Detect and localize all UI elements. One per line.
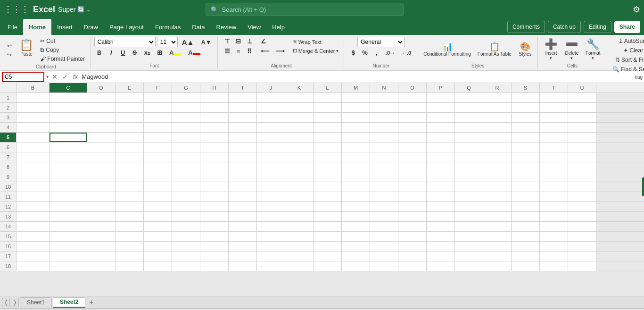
cell-J11[interactable] <box>257 192 285 201</box>
cell-Q5[interactable] <box>455 133 483 142</box>
col-header-S[interactable]: S <box>512 83 540 92</box>
cell-P4[interactable] <box>427 123 455 132</box>
format-painter-button[interactable]: 🖌 Format Painter <box>38 55 87 63</box>
cell-E17[interactable] <box>116 251 144 261</box>
font-size-select[interactable]: 11 <box>157 37 178 47</box>
cell-O4[interactable] <box>398 123 427 132</box>
cell-B15[interactable] <box>17 232 50 241</box>
orientation-button[interactable]: ∠ <box>258 37 269 46</box>
cell-Q3[interactable] <box>455 113 483 122</box>
cell-U7[interactable] <box>568 152 596 162</box>
cell-E4[interactable] <box>116 123 144 132</box>
cell-Q2[interactable] <box>455 103 483 112</box>
cell-O13[interactable] <box>398 212 427 221</box>
cell-U17[interactable] <box>568 251 596 261</box>
cell-P18[interactable] <box>427 261 455 271</box>
row-number-6[interactable]: 6 <box>0 142 17 152</box>
cell-T2[interactable] <box>540 103 568 112</box>
cell-J15[interactable] <box>257 232 285 241</box>
cell-M12[interactable] <box>342 202 370 211</box>
cell-T17[interactable] <box>540 251 568 261</box>
cell-M1[interactable] <box>342 93 370 102</box>
cell-B10[interactable] <box>17 182 50 192</box>
cell-L11[interactable] <box>314 192 342 201</box>
cell-G10[interactable] <box>172 182 200 192</box>
cell-M11[interactable] <box>342 192 370 201</box>
format-as-table-button[interactable]: 📋 Format As Table <box>475 41 514 59</box>
cell-R11[interactable] <box>483 192 512 201</box>
cell-Q13[interactable] <box>455 212 483 221</box>
cell-D16[interactable] <box>87 242 116 251</box>
cell-E1[interactable] <box>116 93 144 102</box>
borders-button[interactable]: ⊞ <box>154 48 165 57</box>
cell-T18[interactable] <box>540 261 568 271</box>
cell-R14[interactable] <box>483 222 512 231</box>
row-number-11[interactable]: 11 <box>0 192 17 201</box>
cell-P12[interactable] <box>427 202 455 211</box>
cell-S4[interactable] <box>512 123 540 132</box>
cell-H5[interactable] <box>200 133 229 142</box>
cell-O8[interactable] <box>398 162 427 172</box>
fill-color-button[interactable]: A <box>166 48 184 57</box>
cell-U11[interactable] <box>568 192 596 201</box>
cell-F5[interactable] <box>144 133 172 142</box>
cell-B13[interactable] <box>17 212 50 221</box>
find-select-button[interactable]: 🔍 Find & Select ▾ <box>610 65 644 74</box>
settings-icon[interactable]: ⚙ <box>633 4 640 15</box>
editing-button[interactable]: Editing <box>584 21 611 33</box>
cell-B9[interactable] <box>17 172 50 182</box>
cell-S2[interactable] <box>512 103 540 112</box>
cell-I12[interactable] <box>229 202 257 211</box>
cell-C17[interactable] <box>50 251 87 261</box>
tab-help[interactable]: Help <box>266 19 290 35</box>
cell-E5[interactable] <box>116 133 144 142</box>
cell-R2[interactable] <box>483 103 512 112</box>
cell-T10[interactable] <box>540 182 568 192</box>
cell-R17[interactable] <box>483 251 512 261</box>
cell-J6[interactable] <box>257 142 285 152</box>
cell-S10[interactable] <box>512 182 540 192</box>
styles-button[interactable]: 🎨 Styles <box>516 41 535 59</box>
cell-S15[interactable] <box>512 232 540 241</box>
cell-R12[interactable] <box>483 202 512 211</box>
cell-G7[interactable] <box>172 152 200 162</box>
cell-S3[interactable] <box>512 113 540 122</box>
number-format-select[interactable]: General <box>357 37 405 47</box>
col-header-B[interactable]: B <box>17 83 50 92</box>
cell-H8[interactable] <box>200 162 229 172</box>
cell-P11[interactable] <box>427 192 455 201</box>
cell-I16[interactable] <box>229 242 257 251</box>
col-header-I[interactable]: I <box>229 83 257 92</box>
cell-L14[interactable] <box>314 222 342 231</box>
cell-L12[interactable] <box>314 202 342 211</box>
cell-L5[interactable] <box>314 133 342 142</box>
col-header-F[interactable]: F <box>144 83 172 92</box>
cell-D11[interactable] <box>87 192 116 201</box>
cell-I5[interactable] <box>229 133 257 142</box>
cell-T8[interactable] <box>540 162 568 172</box>
insert-button[interactable]: ➕ Insert ▾ <box>542 37 561 61</box>
cell-L1[interactable] <box>314 93 342 102</box>
cell-H13[interactable] <box>200 212 229 221</box>
cell-T5[interactable] <box>540 133 568 142</box>
cell-K7[interactable] <box>285 152 314 162</box>
cell-S13[interactable] <box>512 212 540 221</box>
cell-E6[interactable] <box>116 142 144 152</box>
cell-Q15[interactable] <box>455 232 483 241</box>
cell-B8[interactable] <box>17 162 50 172</box>
cell-S5[interactable] <box>512 133 540 142</box>
cell-L2[interactable] <box>314 103 342 112</box>
cell-C11[interactable] <box>50 192 87 201</box>
tab-file[interactable]: File <box>2 19 23 35</box>
cell-F14[interactable] <box>144 222 172 231</box>
col-header-T[interactable]: T <box>540 83 568 92</box>
sort-filter-button[interactable]: ⇅ Sort & Filter ▾ <box>613 56 644 64</box>
tab-draw[interactable]: Draw <box>78 19 104 35</box>
cell-M5[interactable] <box>342 133 370 142</box>
cell-K18[interactable] <box>285 261 314 271</box>
cell-S7[interactable] <box>512 152 540 162</box>
underline-button[interactable]: U <box>118 48 128 57</box>
tab-formulas[interactable]: Formulas <box>149 19 186 35</box>
cell-Q1[interactable] <box>455 93 483 102</box>
cell-G5[interactable] <box>172 133 200 142</box>
